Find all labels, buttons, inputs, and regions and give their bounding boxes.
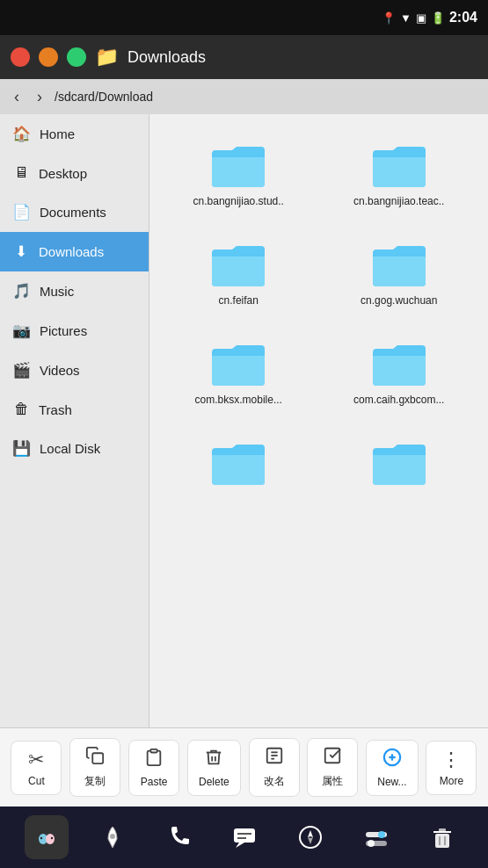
battery-icon: 🔋 [431,11,445,25]
rename-icon [265,746,284,770]
file-area: cn.bangnijiao.stud.. cn.bangnijiao.teac.… [149,114,488,727]
more-icon: ⋮ [441,749,461,771]
paste-label: Paste [141,776,168,788]
minimize-button[interactable] [39,47,58,67]
downloads-icon: ⬇ [12,242,30,261]
svg-marker-17 [236,843,244,848]
svg-point-12 [46,834,55,844]
delete-icon [204,748,223,772]
taskbar-compass[interactable] [288,815,332,859]
delete-label: Delete [199,776,229,788]
documents-icon: 📄 [12,203,31,221]
folder-svg-1 [368,138,430,191]
copy-icon [85,746,105,770]
file-item-7[interactable] [324,425,476,503]
rename-button[interactable]: 改名 [249,738,300,797]
status-icons: 📍 ▼ ▣ 🔋 2:04 [382,10,477,25]
videos-icon: 🎬 [12,361,31,380]
sidebar-item-home[interactable]: 🏠 Home [0,114,149,154]
music-icon: 🎵 [12,282,31,300]
taskbar-finder[interactable] [25,815,69,859]
sidebar-label-documents: Documents [40,205,106,220]
trash-icon: 🗑 [12,401,30,418]
svg-point-26 [368,840,375,847]
sidebar-item-desktop[interactable]: 🖥 Desktop [0,154,149,192]
file-item-4[interactable]: com.bksx.mobile... [163,326,315,416]
folder-svg-5 [368,336,430,389]
file-label-5: com.caih.gxbcom... [353,394,444,406]
rocket-icon [99,824,126,850]
more-button[interactable]: ⋮ More [426,741,477,795]
svg-point-15 [110,834,115,839]
taskbar-toggle[interactable] [354,815,398,859]
taskbar-chat[interactable] [222,815,266,859]
file-item-6[interactable] [163,425,315,503]
main-area: 🏠 Home 🖥 Desktop 📄 Documents ⬇ Downloads… [0,114,488,727]
sidebar-item-music[interactable]: 🎵 Music [0,271,149,311]
sidebar-label-home: Home [40,127,75,141]
sidebar-item-downloads[interactable]: ⬇ Downloads [0,232,149,271]
svg-rect-16 [234,828,255,843]
svg-rect-29 [439,828,446,832]
paste-icon [144,748,164,772]
title-bar: 📁 Downloads [0,35,488,79]
sidebar-item-videos[interactable]: 🎬 Videos [0,351,149,390]
svg-marker-21 [308,830,313,837]
svg-point-20 [300,827,321,848]
folder-svg-7 [368,436,430,488]
more-label: More [440,775,463,787]
file-item-2[interactable]: cn.feifan [163,227,315,317]
sidebar-label-trash: Trash [39,402,72,417]
delete-button[interactable]: Delete [187,740,241,796]
new-icon [382,748,402,772]
forward-button[interactable]: › [32,86,47,108]
svg-marker-22 [308,837,313,844]
folder-svg-3 [368,237,430,290]
taskbar-phone[interactable] [157,815,200,859]
svg-point-13 [40,837,41,839]
file-item-3[interactable]: cn.gog.wuchuan [324,227,476,317]
sidebar-item-pictures[interactable]: 📷 Pictures [0,311,149,351]
properties-icon [323,746,342,770]
trash-taskbar-icon [430,825,455,850]
file-grid: cn.bangnijiao.stud.. cn.bangnijiao.teac.… [163,127,475,503]
taskbar [0,807,488,868]
sidebar-item-trash[interactable]: 🗑 Trash [0,390,149,429]
sidebar-label-downloads: Downloads [39,244,104,259]
maximize-button[interactable] [67,47,86,67]
folder-svg-2 [208,237,269,290]
file-item-0[interactable]: cn.bangnijiao.stud.. [163,127,315,218]
file-label-0: cn.bangnijiao.stud.. [193,195,284,207]
cut-button[interactable]: ✂ Cut [11,741,62,795]
sidebar: 🏠 Home 🖥 Desktop 📄 Documents ⬇ Downloads… [0,114,149,727]
sidebar-label-desktop: Desktop [39,166,87,181]
properties-label: 属性 [322,774,343,789]
file-item-1[interactable]: cn.bangnijiao.teac.. [324,127,476,218]
signal-icon: ▣ [416,11,426,25]
window-title: Downloads [127,48,206,67]
svg-point-24 [378,831,385,838]
file-label-2: cn.feifan [219,294,259,307]
sidebar-label-localdisk: Local Disk [40,441,100,456]
sidebar-item-documents[interactable]: 📄 Documents [0,192,149,232]
file-item-5[interactable]: com.caih.gxbcom... [324,326,476,416]
paste-button[interactable]: Paste [128,740,179,796]
close-button[interactable] [11,47,30,67]
taskbar-trash[interactable] [420,815,464,859]
new-button[interactable]: New... [366,740,418,796]
copy-label: 复制 [84,774,106,789]
status-bar: 📍 ▼ ▣ 🔋 2:04 [0,0,488,35]
taskbar-rocket[interactable] [91,815,135,859]
svg-point-14 [50,837,52,839]
new-label: New... [377,776,406,788]
file-label-4: com.bksx.mobile... [195,394,282,406]
back-button[interactable]: ‹ [9,86,25,108]
folder-svg-4 [208,336,269,389]
properties-button[interactable]: 属性 [307,738,358,797]
copy-button[interactable]: 复制 [69,738,120,797]
sidebar-label-pictures: Pictures [40,323,87,338]
desktop-icon: 🖥 [12,164,30,182]
localdisk-icon: 💾 [12,439,31,458]
cut-label: Cut [28,775,45,787]
sidebar-item-localdisk[interactable]: 💾 Local Disk [0,429,149,468]
